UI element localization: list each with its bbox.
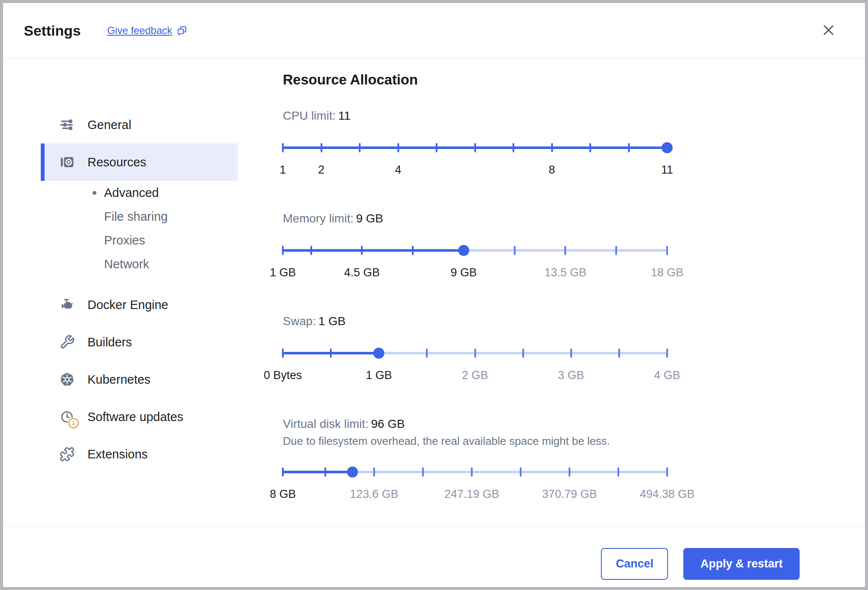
sidebar-item-label: Builders xyxy=(87,335,132,349)
slider-tick xyxy=(522,348,524,358)
slider-tick-labels: 124811 xyxy=(283,163,667,177)
sidebar-item-label: General xyxy=(87,118,131,132)
memory-limit-handle[interactable] xyxy=(458,245,469,256)
settings-window: Settings Give feedback General Resources… xyxy=(3,3,865,587)
tick-label: 370.79 GB xyxy=(542,487,597,501)
sidebar-subitem-label: File sharing xyxy=(104,210,168,224)
sidebar-subitem-proxies[interactable]: Proxies xyxy=(41,228,238,252)
tune-icon xyxy=(59,117,75,132)
sidebar-subitem-advanced[interactable]: Advanced xyxy=(41,181,238,205)
slider-track-fill xyxy=(283,471,352,473)
memory-limit-track[interactable] xyxy=(283,244,667,256)
cpu-limit-track[interactable] xyxy=(283,142,667,154)
slider-label: Swap: xyxy=(283,315,316,328)
slider-tick xyxy=(282,467,284,477)
slider-tick xyxy=(471,467,473,477)
wrench-icon xyxy=(59,334,75,350)
cpu-limit-slider: CPU limit:11 124811 xyxy=(283,109,667,177)
sidebar-item-docker-engine[interactable]: Docker Engine xyxy=(41,286,238,323)
body: General Resources Advanced File sharing … xyxy=(3,59,865,526)
slider-tick xyxy=(436,143,437,152)
chat-bubbles-icon xyxy=(176,25,188,37)
slider-tick xyxy=(615,246,617,255)
window-title: Settings xyxy=(24,22,81,39)
slider-tick xyxy=(310,246,312,255)
sidebar-subitem-label: Proxies xyxy=(104,233,145,247)
sidebar-subitem-file-sharing[interactable]: File sharing xyxy=(41,205,238,228)
sidebar-item-label: Resources xyxy=(87,155,147,169)
virtual-disk-limit-track[interactable] xyxy=(283,466,667,478)
tick-label: 9 GB xyxy=(451,266,477,279)
slider-tick-labels: 0 Bytes1 GB2 GB3 GB4 GB xyxy=(283,368,667,382)
slider-note: Due to filesystem overhead, the real ava… xyxy=(283,435,667,447)
slider-tick xyxy=(589,143,591,152)
settings-sidebar: General Resources Advanced File sharing … xyxy=(3,59,258,526)
tick-label: 1 GB xyxy=(270,266,296,279)
slider-tick xyxy=(520,467,521,477)
tick-label: 247.19 GB xyxy=(445,487,499,501)
slider-tick xyxy=(666,467,668,477)
sidebar-item-software-updates[interactable]: Software updates xyxy=(41,398,238,435)
swap-value: 1 GB xyxy=(318,315,346,328)
engine-icon xyxy=(59,297,75,312)
swap-slider: Swap:1 GB 0 Bytes1 GB2 GB3 GB4 GB xyxy=(283,314,667,382)
tick-label: 4.5 GB xyxy=(344,266,380,279)
sidebar-item-general[interactable]: General xyxy=(41,106,238,143)
slider-tick xyxy=(321,143,322,152)
memory-limit-value: 9 GB xyxy=(356,212,383,225)
sidebar-item-resources[interactable]: Resources xyxy=(41,143,238,181)
sidebar-item-builders[interactable]: Builders xyxy=(41,323,238,361)
active-bullet-icon xyxy=(93,215,96,219)
cpu-limit-value: 11 xyxy=(338,109,350,122)
cancel-button[interactable]: Cancel xyxy=(601,548,668,580)
tick-label: 494.38 GB xyxy=(640,487,694,501)
tick-label: 8 xyxy=(549,163,555,177)
tick-label: 13.5 GB xyxy=(544,266,586,279)
sidebar-item-kubernetes[interactable]: Kubernetes xyxy=(41,361,238,398)
slider-tick xyxy=(474,348,476,358)
sidebar-subitem-network[interactable]: Network xyxy=(41,252,238,276)
tick-label: 2 GB xyxy=(462,368,488,382)
tick-label: 1 xyxy=(279,163,286,177)
tick-label: 2 xyxy=(318,163,324,177)
slider-tick xyxy=(570,348,572,358)
slider-tick xyxy=(397,143,399,152)
sidebar-item-label: Kubernetes xyxy=(87,373,150,387)
virtual-disk-limit-handle[interactable] xyxy=(347,466,358,478)
slider-tick xyxy=(282,143,284,152)
main-panel: Resource Allocation CPU limit:11 124811 … xyxy=(258,59,865,526)
active-bullet-icon xyxy=(93,191,96,195)
close-x-icon xyxy=(821,23,836,37)
slider-tick xyxy=(628,143,630,152)
tick-label: 11 xyxy=(661,163,673,177)
sidebar-subitem-label: Network xyxy=(104,257,149,271)
cpu-limit-handle[interactable] xyxy=(662,142,673,153)
slider-label: Virtual disk limit: xyxy=(283,417,369,430)
slider-tick xyxy=(361,246,363,255)
feedback-link[interactable]: Give feedback xyxy=(107,25,187,37)
info-badge-icon xyxy=(68,418,79,428)
swap-track[interactable] xyxy=(283,347,667,359)
apply-restart-button[interactable]: Apply & restart xyxy=(683,548,800,580)
close-button[interactable] xyxy=(820,22,837,39)
feedback-link-label: Give feedback xyxy=(107,25,172,37)
slider-tick xyxy=(330,348,332,358)
active-bullet-icon xyxy=(93,262,96,266)
slider-tick xyxy=(359,143,361,152)
tick-label: 1 GB xyxy=(366,368,392,382)
sliders-container: CPU limit:11 124811 Memory limit:9 GB 1 … xyxy=(283,109,667,501)
kubernetes-icon xyxy=(59,372,75,387)
tick-label: 4 xyxy=(395,163,401,177)
puzzle-icon xyxy=(59,447,75,462)
sidebar-item-extensions[interactable]: Extensions xyxy=(41,435,238,473)
slider-label: CPU limit: xyxy=(283,109,335,122)
slider-tick xyxy=(514,246,516,255)
slider-tick xyxy=(617,467,619,477)
slider-tick xyxy=(618,348,620,358)
clock-update-icon xyxy=(59,409,75,424)
slider-tick xyxy=(474,143,476,152)
slider-tick xyxy=(412,246,414,255)
swap-handle[interactable] xyxy=(373,348,384,359)
footer: Cancel Apply & restart xyxy=(3,526,865,587)
virtual-disk-limit-value: 96 GB xyxy=(371,417,405,430)
